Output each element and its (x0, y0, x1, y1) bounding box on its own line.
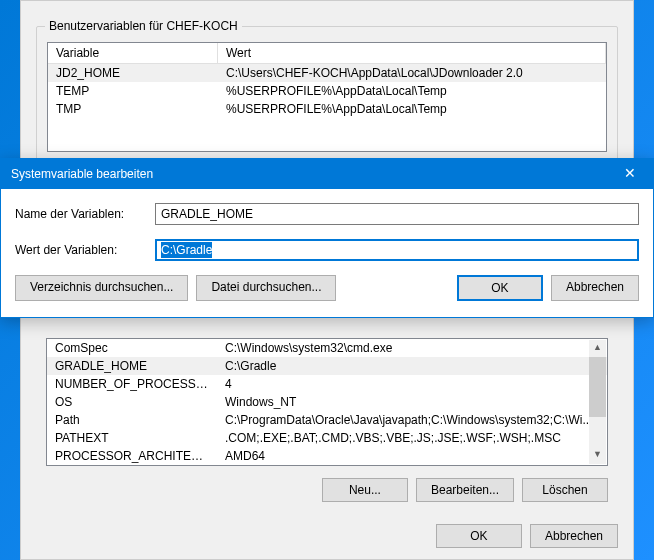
name-label: Name der Variablen: (15, 207, 155, 221)
col-variable[interactable]: Variable (48, 43, 218, 64)
table-row[interactable]: PATHEXT.COM;.EXE;.BAT;.CMD;.VBS;.VBE;.JS… (47, 429, 607, 447)
sys-vars-table[interactable]: ComSpecC:\Windows\system32\cmd.exe GRADL… (46, 338, 608, 466)
dialog-title: Systemvariable bearbeiten (1, 167, 607, 181)
scroll-up-icon[interactable]: ▲ (589, 340, 606, 357)
table-row[interactable]: TMP %USERPROFILE%\AppData\Local\Temp (48, 100, 606, 118)
browse-dir-button[interactable]: Verzeichnis durchsuchen... (15, 275, 188, 301)
table-row[interactable]: GRADLE_HOMEC:\Gradle (47, 357, 607, 375)
variable-name-input[interactable] (155, 203, 639, 225)
table-row[interactable]: JD2_HOME C:\Users\CHEF-KOCH\AppData\Loca… (48, 64, 606, 82)
scroll-thumb[interactable] (589, 357, 606, 417)
close-icon[interactable]: ✕ (607, 159, 653, 189)
user-vars-label: Benutzervariablen für CHEF-KOCH (45, 19, 242, 33)
table-row[interactable]: ComSpecC:\Windows\system32\cmd.exe (47, 339, 607, 357)
variable-value-input[interactable]: C:\Gradle (155, 239, 639, 261)
user-vars-group: Benutzervariablen für CHEF-KOCH Variable… (36, 26, 618, 163)
table-row[interactable]: PROCESSOR_ARCHITECTUREAMD64 (47, 447, 607, 465)
titlebar[interactable]: Systemvariable bearbeiten ✕ (1, 159, 653, 189)
ok-button[interactable]: OK (457, 275, 543, 301)
ok-button[interactable]: OK (436, 524, 522, 548)
table-header: Variable Wert (48, 43, 606, 64)
edit-variable-dialog: Systemvariable bearbeiten ✕ Name der Var… (0, 158, 654, 318)
browse-file-button[interactable]: Datei durchsuchen... (196, 275, 336, 301)
new-button[interactable]: Neu... (322, 478, 408, 502)
col-value[interactable]: Wert (218, 43, 606, 64)
scroll-down-icon[interactable]: ▼ (589, 447, 606, 464)
user-vars-table[interactable]: Variable Wert JD2_HOME C:\Users\CHEF-KOC… (47, 42, 607, 152)
edit-button[interactable]: Bearbeiten... (416, 478, 514, 502)
scrollbar[interactable]: ▲ ▼ (589, 340, 606, 464)
table-row[interactable]: PathC:\ProgramData\Oracle\Java\javapath;… (47, 411, 607, 429)
delete-button[interactable]: Löschen (522, 478, 608, 502)
table-row[interactable]: NUMBER_OF_PROCESSORS4 (47, 375, 607, 393)
table-row[interactable]: OSWindows_NT (47, 393, 607, 411)
value-label: Wert der Variablen: (15, 243, 155, 257)
cancel-button[interactable]: Abbrechen (530, 524, 618, 548)
cancel-button[interactable]: Abbrechen (551, 275, 639, 301)
table-row[interactable]: TEMP %USERPROFILE%\AppData\Local\Temp (48, 82, 606, 100)
